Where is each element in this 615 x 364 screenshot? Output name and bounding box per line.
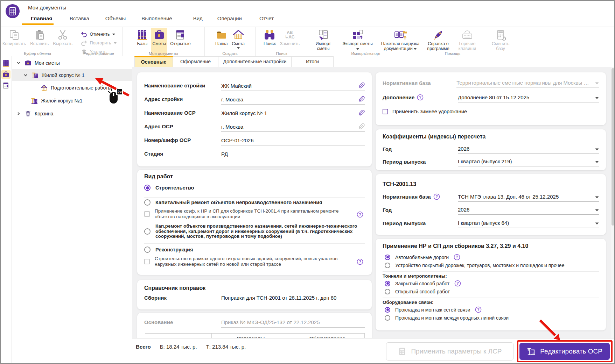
- osr-number-input[interactable]: ОСР-01-2026: [221, 137, 365, 145]
- chevron-down-icon[interactable]: [16, 61, 21, 65]
- tunnels-option-open[interactable]: Открытый способ работ: [385, 289, 450, 294]
- collection-value[interactable]: Поправки для ТСН-2001 от 28.11.2025 г. д…: [221, 295, 336, 301]
- radio-label: Реконструкция: [155, 247, 193, 252]
- tree-item-building-1b[interactable]: Жилой корпус №1: [12, 95, 132, 106]
- tree-item-my-estimates[interactable]: Мои сметы: [12, 57, 132, 69]
- undo-dropdown-caret-icon[interactable]: [112, 34, 115, 35]
- winter-markup-checkbox[interactable]: [383, 109, 388, 114]
- tab-main[interactable]: Главная: [31, 15, 52, 21]
- strip-opened-icon[interactable]: [1, 81, 11, 90]
- help-icon[interactable]: [454, 280, 461, 287]
- construction-address-input[interactable]: г. Москва: [221, 96, 365, 105]
- apply-parameters-button[interactable]: Применить параметры к ЛСР: [386, 342, 513, 361]
- attachment-icon[interactable]: [358, 123, 365, 130]
- redo-dropdown-caret-icon[interactable]: [114, 42, 117, 44]
- winter-markup-option[interactable]: Применить зимнее удорожание: [383, 109, 467, 114]
- tab-general[interactable]: Основные: [134, 56, 173, 67]
- undo-icon: [81, 31, 87, 37]
- work-type-checkbox-tsn4[interactable]: Применение коэф. к НР и СП для сборников…: [144, 208, 351, 220]
- tab-view[interactable]: Вид: [193, 15, 203, 21]
- attachment-icon[interactable]: [358, 96, 365, 102]
- tsn-base-select[interactable]: ТСН МГЭ глава 13. Доп. 46 от 25.12.2025: [458, 194, 599, 202]
- strip-estimates-icon[interactable]: [1, 70, 11, 79]
- attachment-icon[interactable]: [358, 83, 365, 89]
- help-icon[interactable]: [475, 306, 482, 313]
- checkbox-tsn4[interactable]: [144, 211, 150, 217]
- work-type-option-construction[interactable]: Строительство: [144, 185, 194, 191]
- radio-capital-repair[interactable]: [144, 199, 151, 206]
- field-value: г. Москва: [221, 97, 243, 102]
- comm-option-longdistance[interactable]: Прокладка и монтаж междугородных линий с…: [385, 315, 509, 321]
- radio-construction[interactable]: [144, 185, 151, 191]
- basis-input[interactable]: Приказ № МКЭ-ОД/25-132 от 22.12.2025: [221, 319, 365, 328]
- work-type-option-industrial-repair[interactable]: Кап.ремонт объектов производственного на…: [144, 224, 358, 239]
- osr-name-input[interactable]: Жилой корпус № 1: [221, 110, 365, 118]
- vertical-scrollbar[interactable]: [611, 67, 615, 338]
- group-label-create: Создать: [205, 51, 255, 56]
- calculator-icon: [398, 347, 407, 356]
- tab-totals[interactable]: Итоги: [292, 56, 334, 67]
- radio-reconstruction[interactable]: [144, 247, 151, 253]
- tab-formatting[interactable]: Оформление: [173, 56, 218, 67]
- cut-label: Вырезать: [53, 42, 72, 47]
- work-type-option-capital-repair[interactable]: Капитальный ремонт объектов непроизводст…: [144, 199, 322, 206]
- roads-option-auto[interactable]: Автомобильные дороги: [385, 254, 460, 260]
- tab-additional-settings[interactable]: Дополнительные настройки: [218, 56, 292, 67]
- create-estimate-caret-icon[interactable]: [237, 47, 240, 49]
- help-icon[interactable]: [357, 258, 363, 265]
- norm-base-select[interactable]: Территориальные сметные нормативы для Мо…: [456, 80, 599, 88]
- roads-option-pavements[interactable]: Устройство покрытий дорожек, тротуаров, …: [385, 263, 564, 268]
- chevron-down-icon[interactable]: [23, 73, 28, 77]
- redo-button[interactable]: Повторить: [81, 40, 116, 46]
- radio-auto-roads[interactable]: [385, 255, 390, 260]
- checkbox-single-title[interactable]: [144, 259, 150, 264]
- tree-item-building-1[interactable]: Жилой корпус № 1: [12, 69, 132, 81]
- radio-industrial-repair[interactable]: [144, 228, 151, 235]
- year-select[interactable]: 2026: [458, 146, 599, 154]
- help-icon[interactable]: [357, 211, 363, 218]
- copy-label: Копировать: [2, 42, 26, 47]
- tab-report[interactable]: Отчет: [259, 15, 274, 21]
- period-select[interactable]: I квартал (выпуск 219): [458, 158, 599, 166]
- work-type-option-reconstruction[interactable]: Реконструкция: [144, 247, 193, 253]
- tab-execution[interactable]: Выполнение: [141, 15, 172, 21]
- corrections-card: Справочник поправок Сборник Поправки для…: [137, 280, 372, 309]
- radio-pavements[interactable]: [385, 263, 390, 268]
- radio-comm-networks[interactable]: [385, 307, 390, 313]
- tree-item-recycle-bin[interactable]: Корзина: [12, 108, 132, 119]
- addition-select[interactable]: Дополнение 80 от 15.12.2025: [458, 94, 599, 102]
- tree-item-label: Жилой корпус №1: [41, 98, 83, 104]
- osr-address-input[interactable]: г. Москва: [221, 123, 365, 132]
- comm-option-networks[interactable]: Прокладка и монтаж сетей связи: [385, 306, 482, 313]
- batch-caret-icon[interactable]: [414, 48, 417, 50]
- group-label-clipboard: Буфер обмена: [0, 51, 75, 56]
- radio-comm-longdistance[interactable]: [385, 315, 390, 321]
- attachment-icon[interactable]: [358, 110, 365, 116]
- scrollbar-thumb[interactable]: [611, 68, 614, 226]
- help-icon[interactable]: [417, 94, 424, 101]
- edit-osr-button[interactable]: Редактировать ОСР: [519, 343, 610, 360]
- tunnels-option-closed[interactable]: Закрытый способ работ: [385, 280, 461, 287]
- tab-volumes[interactable]: Объёмы: [105, 15, 126, 21]
- tree-item-preparatory-works[interactable]: Подготовительные работы: [12, 82, 132, 93]
- settings-content: Наименование стройки ЖК Майский Адрес ст…: [132, 67, 615, 338]
- replace-icon: AB ↳AC: [284, 29, 296, 41]
- construction-name-input[interactable]: ЖК Майский: [221, 83, 365, 91]
- tab-operations[interactable]: Операции: [217, 15, 242, 21]
- tab-insert[interactable]: Вставка: [70, 15, 89, 21]
- work-type-checkbox-single-title[interactable]: Строительство в рамках одного титула нов…: [144, 256, 351, 267]
- radio-closed-method[interactable]: [385, 281, 390, 286]
- radio-open-method[interactable]: [385, 289, 390, 294]
- change-base-button[interactable]: Сменить базу: [487, 28, 515, 56]
- stage-input[interactable]: РД: [221, 151, 365, 159]
- period-value: I квартал (выпуск 219): [458, 158, 512, 164]
- tsn-year-select[interactable]: 2026: [458, 207, 599, 215]
- strip-bases-icon[interactable]: [1, 59, 11, 68]
- help-icon[interactable]: [433, 193, 440, 200]
- export-caret-icon[interactable]: [356, 48, 359, 50]
- caret-down-icon: [595, 97, 599, 99]
- help-icon[interactable]: [454, 254, 460, 260]
- chevron-right-icon[interactable]: [16, 112, 21, 116]
- tsn-period-select[interactable]: I квартал (выпуск 64): [458, 220, 599, 228]
- undo-button[interactable]: Отменить: [81, 31, 116, 37]
